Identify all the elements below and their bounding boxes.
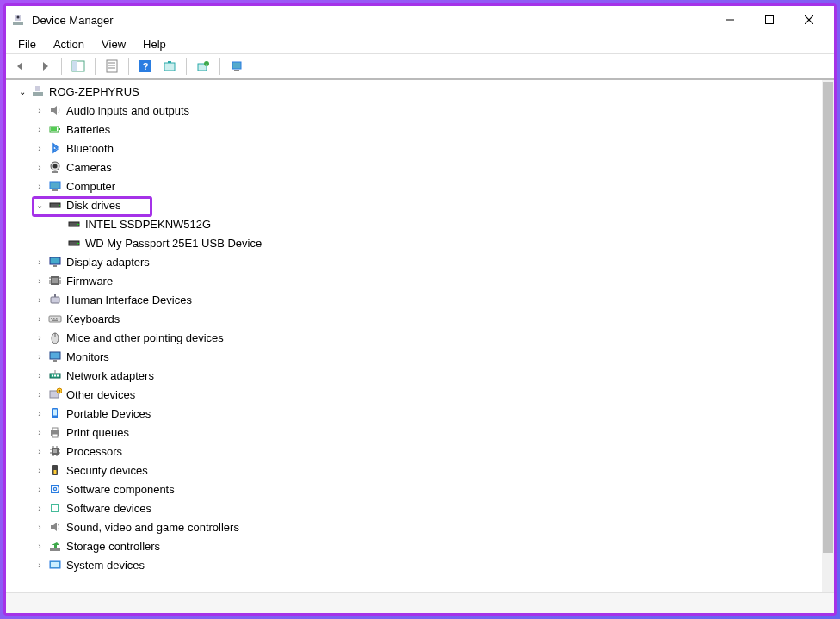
- add-legacy-button[interactable]: +: [192, 56, 214, 77]
- category-label: Batteries: [66, 123, 110, 136]
- tree-category[interactable]: ›Monitors: [9, 347, 834, 366]
- chevron-right-icon[interactable]: ›: [34, 331, 46, 344]
- chevron-right-icon[interactable]: ›: [34, 540, 46, 552]
- chevron-right-icon[interactable]: ›: [34, 464, 46, 476]
- chevron-down-icon[interactable]: ⌄: [34, 199, 46, 211]
- tree-category[interactable]: ›Keyboards: [9, 309, 834, 328]
- forward-button[interactable]: [34, 56, 56, 77]
- back-button[interactable]: [9, 56, 32, 77]
- chevron-right-icon[interactable]: ›: [34, 294, 46, 306]
- chevron-right-icon[interactable]: ›: [34, 521, 46, 533]
- svg-rect-0: [13, 22, 23, 25]
- tree-category[interactable]: ›Storage controllers: [9, 536, 834, 555]
- other-icon: ?: [47, 387, 63, 402]
- svg-rect-9: [107, 60, 117, 72]
- svg-rect-87: [52, 505, 58, 511]
- svg-rect-52: [56, 318, 58, 319]
- tree-category[interactable]: ›Software components: [9, 480, 834, 498]
- tree-category[interactable]: ›Network adapters: [9, 366, 834, 385]
- tree-device[interactable]: WD My Passport 25E1 USB Device: [9, 233, 834, 252]
- tree-category[interactable]: ›Software devices: [9, 498, 834, 517]
- menu-help[interactable]: Help: [134, 35, 175, 53]
- tree-category[interactable]: ›Security devices: [9, 461, 834, 480]
- scrollbar-thumb[interactable]: [823, 82, 833, 553]
- menu-action[interactable]: Action: [45, 35, 93, 53]
- minimize-button[interactable]: [710, 7, 750, 33]
- category-label: Software components: [66, 483, 175, 496]
- category-label: System devices: [66, 559, 145, 572]
- chevron-right-icon[interactable]: ›: [34, 426, 46, 438]
- svg-rect-69: [52, 428, 58, 430]
- scan-hardware-button[interactable]: [158, 56, 181, 77]
- mouse-icon: [47, 330, 63, 345]
- category-label: Disk drives: [66, 199, 121, 212]
- tree-category[interactable]: ›Audio inputs and outputs: [9, 101, 834, 120]
- tree-category[interactable]: ›Sound, video and game controllers: [9, 517, 834, 536]
- tree-category[interactable]: ›?Other devices: [9, 385, 834, 404]
- tree-category[interactable]: ›Portable Devices: [9, 404, 834, 423]
- svg-rect-21: [33, 92, 43, 96]
- tree-category[interactable]: ›Cameras: [9, 158, 834, 176]
- chevron-right-icon[interactable]: ›: [34, 123, 46, 135]
- svg-point-34: [77, 224, 79, 226]
- svg-point-2: [17, 16, 20, 19]
- device-label: INTEL SSDPEKNW512G: [85, 218, 211, 231]
- maximize-button[interactable]: [750, 7, 789, 33]
- tree-category[interactable]: ›Human Interface Devices: [9, 290, 834, 309]
- tree-category[interactable]: ›Bluetooth: [9, 139, 834, 158]
- show-hide-tree-button[interactable]: [67, 56, 90, 77]
- toolbar-separator: [186, 58, 187, 75]
- svg-rect-19: [232, 62, 241, 69]
- chevron-right-icon[interactable]: ›: [34, 369, 46, 381]
- camera-icon: [47, 159, 63, 175]
- svg-rect-20: [234, 70, 239, 71]
- category-label: Mice and other pointing devices: [66, 331, 224, 344]
- category-label: Network adapters: [66, 369, 154, 382]
- chevron-right-icon[interactable]: ›: [34, 104, 46, 116]
- category-label: Keyboards: [66, 313, 120, 325]
- chevron-right-icon[interactable]: ›: [34, 388, 46, 400]
- tree-category[interactable]: ⌄Disk drives: [9, 195, 834, 214]
- tree-root[interactable]: ⌄ ROG-ZEPHYRUS: [9, 82, 834, 101]
- tree-category[interactable]: ›Display adapters: [9, 252, 834, 271]
- cpu-icon: [47, 443, 63, 459]
- svg-rect-25: [51, 127, 57, 131]
- tree-category[interactable]: ›Computer: [9, 176, 834, 195]
- close-button[interactable]: [789, 7, 829, 33]
- scrollbar[interactable]: [822, 80, 834, 592]
- chevron-right-icon[interactable]: ›: [34, 407, 46, 419]
- tree-category[interactable]: ›Processors: [9, 442, 834, 461]
- battery-icon: [47, 121, 63, 137]
- tree-category[interactable]: ›System devices: [9, 555, 834, 574]
- chevron-right-icon[interactable]: ›: [34, 142, 46, 154]
- devices-by-type-button[interactable]: [225, 56, 248, 77]
- chevron-right-icon[interactable]: ›: [34, 350, 46, 362]
- category-label: Bluetooth: [66, 142, 114, 155]
- tree-category[interactable]: ›Batteries: [9, 120, 834, 139]
- chevron-right-icon[interactable]: ›: [34, 180, 46, 192]
- menu-file[interactable]: File: [9, 35, 45, 53]
- tree-category[interactable]: ›Firmware: [9, 271, 834, 290]
- chevron-right-icon[interactable]: ›: [34, 483, 46, 495]
- menu-view[interactable]: View: [93, 35, 134, 53]
- properties-button[interactable]: [101, 56, 123, 77]
- device-tree[interactable]: ⌄ ROG-ZEPHYRUS ›Audio inputs and outputs…: [6, 80, 834, 592]
- category-label: Other devices: [66, 388, 135, 401]
- monitor-icon: [47, 349, 63, 364]
- tree-device[interactable]: INTEL SSDPEKNW512G: [9, 214, 834, 233]
- display-icon: [47, 254, 63, 269]
- chevron-right-icon[interactable]: ›: [34, 256, 46, 268]
- help-button[interactable]: ?: [134, 56, 157, 77]
- bluetooth-icon: [47, 140, 63, 156]
- chevron-right-icon[interactable]: ›: [34, 559, 46, 571]
- chevron-right-icon[interactable]: ›: [34, 445, 46, 457]
- chevron-right-icon[interactable]: ›: [34, 313, 46, 325]
- chevron-right-icon[interactable]: ›: [34, 161, 46, 173]
- chevron-right-icon[interactable]: ›: [34, 502, 46, 514]
- hid-icon: [47, 292, 63, 307]
- chevron-right-icon[interactable]: ›: [34, 275, 46, 287]
- chevron-down-icon[interactable]: ⌄: [16, 85, 28, 97]
- tree-category[interactable]: ›Print queues: [9, 423, 834, 442]
- tree-category[interactable]: ›Mice and other pointing devices: [9, 328, 834, 347]
- svg-rect-90: [51, 562, 59, 567]
